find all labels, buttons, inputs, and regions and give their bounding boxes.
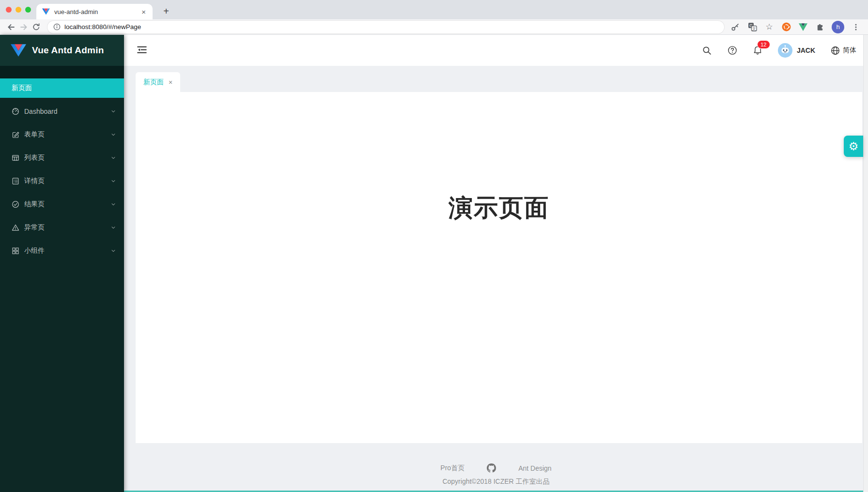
main-area: 12 JACK 简体 新页面 × bbox=[124, 35, 868, 492]
bookmark-star-icon[interactable]: ☆ bbox=[764, 22, 775, 32]
check-circle-icon bbox=[12, 200, 19, 208]
sidebar-item-list-page[interactable]: 列表页 bbox=[0, 148, 124, 168]
app-frame: Vue Antd Admin 新页面 Dashboard 表单页 bbox=[0, 35, 868, 492]
vue-devtools-icon[interactable] bbox=[798, 22, 808, 32]
language-label: 简体 bbox=[843, 46, 856, 55]
page-tabbar: 新页面 × bbox=[124, 66, 868, 92]
browser-chrome: vue-antd-admin × + localhost:8080/#/newP… bbox=[0, 0, 868, 35]
app-logo-text: Vue Antd Admin bbox=[32, 45, 104, 56]
page-tab-label: 新页面 bbox=[143, 78, 164, 87]
menu-fold-icon[interactable] bbox=[137, 46, 147, 55]
table-icon bbox=[12, 154, 19, 162]
sidebar-item-detail-page[interactable]: 详情页 bbox=[0, 171, 124, 191]
sidebar-item-form-page[interactable]: 表单页 bbox=[0, 125, 124, 144]
copyright-text: Copyright©2018 ICZER 工作室出品 bbox=[124, 477, 868, 486]
window-zoom-button[interactable] bbox=[25, 7, 31, 13]
warning-icon bbox=[12, 224, 19, 231]
chevron-down-icon bbox=[110, 132, 116, 138]
sidebar-item-result-page[interactable]: 结果页 bbox=[0, 195, 124, 214]
sidebar-item-label: 详情页 bbox=[24, 177, 110, 185]
sidebar-item-widgets[interactable]: 小组件 bbox=[0, 241, 124, 261]
footer-link-ant-design[interactable]: Ant Design bbox=[518, 464, 551, 472]
app-header: 12 JACK 简体 bbox=[124, 35, 868, 66]
window-controls bbox=[6, 0, 31, 19]
browser-tab[interactable]: vue-antd-admin × bbox=[36, 4, 153, 19]
theme-settings-button[interactable]: ⚙ bbox=[844, 136, 863, 157]
chevron-down-icon bbox=[110, 155, 116, 161]
chevron-down-icon bbox=[110, 225, 116, 231]
browser-profile-avatar[interactable]: h bbox=[832, 21, 844, 33]
language-switcher[interactable]: 简体 bbox=[831, 46, 856, 55]
footer-links: Pro首页 Ant Design bbox=[124, 463, 868, 473]
sidebar-menu: 新页面 Dashboard 表单页 bbox=[0, 78, 124, 261]
sidebar-item-label: 结果页 bbox=[24, 200, 110, 209]
sidebar-item-dashboard[interactable]: Dashboard bbox=[0, 102, 124, 121]
sidebar-item-new-page[interactable]: 新页面 bbox=[0, 78, 124, 98]
dashboard-icon bbox=[12, 108, 19, 115]
browser-tab-title: vue-antd-admin bbox=[54, 8, 140, 15]
vue-favicon-icon bbox=[42, 8, 50, 15]
browser-tabstrip: vue-antd-admin × + bbox=[0, 0, 868, 19]
new-tab-button[interactable]: + bbox=[159, 4, 173, 18]
search-icon[interactable] bbox=[702, 46, 712, 55]
browser-tab-close-icon[interactable]: × bbox=[140, 7, 148, 16]
page-title: 演示页面 bbox=[136, 92, 862, 224]
back-button[interactable] bbox=[5, 21, 17, 33]
chevron-down-icon bbox=[110, 248, 116, 254]
extensions-puzzle-icon[interactable] bbox=[815, 22, 825, 32]
sidebar-item-label: 异常页 bbox=[24, 223, 110, 232]
site-info-icon[interactable] bbox=[53, 23, 61, 31]
globe-icon bbox=[831, 46, 840, 55]
browser-toolbar: localhost:8080/#/newPage G 文 ☆ bbox=[0, 19, 868, 35]
address-bar[interactable]: localhost:8080/#/newPage bbox=[47, 21, 724, 33]
window-minimize-button[interactable] bbox=[16, 7, 21, 13]
header-actions: 12 JACK 简体 bbox=[702, 43, 856, 58]
block-icon bbox=[12, 247, 19, 255]
svg-text:文: 文 bbox=[752, 27, 756, 31]
content-card: 演示页面 bbox=[136, 92, 862, 443]
window-close-button[interactable] bbox=[6, 7, 12, 13]
sidebar: Vue Antd Admin 新页面 Dashboard 表单页 bbox=[0, 35, 124, 492]
username-text: JACK bbox=[797, 46, 815, 54]
user-menu[interactable]: JACK bbox=[778, 43, 815, 58]
user-avatar bbox=[778, 43, 792, 58]
page-footer: Pro首页 Ant Design Copyright©2018 ICZER 工作… bbox=[124, 443, 868, 486]
app-logo[interactable]: Vue Antd Admin bbox=[0, 35, 124, 66]
scrollbar-track[interactable] bbox=[863, 35, 868, 492]
sidebar-item-label: Dashboard bbox=[24, 108, 110, 115]
url-text: localhost:8080/#/newPage bbox=[64, 23, 141, 31]
sidebar-item-label: 小组件 bbox=[24, 246, 110, 255]
password-key-icon[interactable] bbox=[730, 22, 741, 32]
page-tab-close-icon[interactable]: × bbox=[169, 78, 172, 86]
sidebar-item-label: 列表页 bbox=[24, 154, 110, 162]
profile-icon bbox=[12, 177, 19, 185]
extension-orange-icon[interactable] bbox=[781, 22, 791, 32]
browser-action-icons: G 文 ☆ h bbox=[728, 21, 863, 33]
notification-badge: 12 bbox=[757, 40, 770, 49]
github-icon[interactable] bbox=[487, 463, 496, 473]
help-question-icon[interactable] bbox=[728, 46, 737, 55]
chevron-down-icon bbox=[110, 201, 116, 207]
chevron-down-icon bbox=[110, 108, 116, 114]
reload-button[interactable] bbox=[30, 21, 43, 33]
forward-button[interactable] bbox=[17, 21, 30, 33]
translate-icon[interactable]: G 文 bbox=[747, 22, 758, 32]
sidebar-logo-shadow bbox=[0, 66, 124, 78]
vue-logo-icon bbox=[11, 44, 26, 57]
notification-bell-icon[interactable]: 12 bbox=[753, 46, 762, 55]
sidebar-item-label: 表单页 bbox=[24, 130, 110, 139]
chevron-down-icon bbox=[110, 178, 116, 184]
gear-icon: ⚙ bbox=[849, 141, 859, 152]
sidebar-item-exception-page[interactable]: 异常页 bbox=[0, 218, 124, 237]
footer-link-pro[interactable]: Pro首页 bbox=[440, 464, 465, 473]
sidebar-item-label: 新页面 bbox=[12, 84, 116, 92]
page-tab-active[interactable]: 新页面 × bbox=[136, 72, 180, 92]
browser-menu-icon[interactable] bbox=[851, 22, 861, 32]
form-icon bbox=[12, 131, 19, 138]
